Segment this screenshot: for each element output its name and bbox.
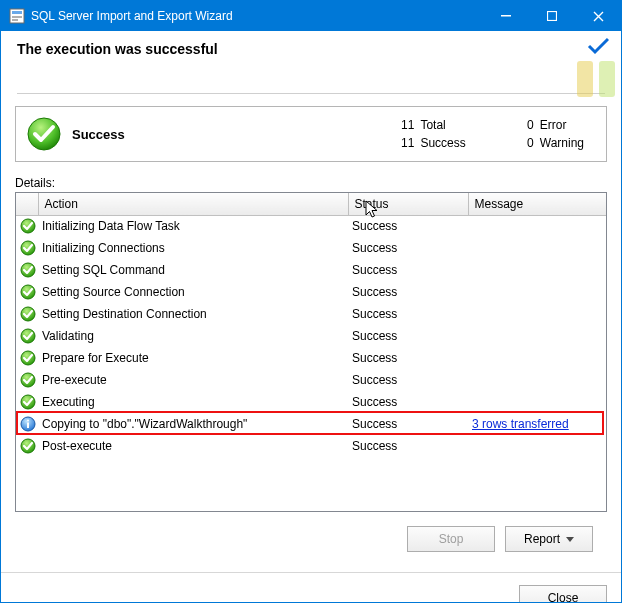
message-cell [468, 237, 606, 259]
stat-error: 0Error [514, 116, 584, 134]
page-title: The execution was successful [17, 41, 605, 57]
action-cell: Pre-execute [38, 369, 348, 391]
stop-button[interactable]: Stop [407, 526, 495, 552]
table-row[interactable]: Initializing Data Flow TaskSuccess [16, 215, 606, 237]
table-row[interactable]: Copying to "dbo"."WizardWalkthrough"Succ… [16, 413, 606, 435]
message-cell [468, 215, 606, 237]
status-cell: Success [348, 369, 468, 391]
svg-rect-7 [599, 61, 615, 97]
status-cell: Success [348, 281, 468, 303]
close-button[interactable] [575, 1, 621, 31]
message-cell [468, 347, 606, 369]
table-row[interactable]: Setting SQL CommandSuccess [16, 259, 606, 281]
column-header-status[interactable]: Status [348, 193, 468, 215]
svg-rect-3 [12, 19, 18, 21]
status-cell: Success [348, 215, 468, 237]
svg-rect-20 [27, 423, 29, 429]
header-decoration-icon [571, 57, 621, 104]
close-dialog-button[interactable]: Close [519, 585, 607, 603]
message-cell [468, 391, 606, 413]
window-title: SQL Server Import and Export Wizard [31, 9, 483, 23]
success-icon [16, 303, 38, 325]
header-divider [17, 93, 605, 94]
svg-rect-2 [12, 16, 22, 18]
message-cell [468, 435, 606, 457]
action-cell: Validating [38, 325, 348, 347]
table-row[interactable]: Initializing ConnectionsSuccess [16, 237, 606, 259]
svg-rect-1 [12, 11, 22, 14]
message-cell: 3 rows transferred [468, 413, 606, 435]
action-cell: Prepare for Execute [38, 347, 348, 369]
svg-rect-4 [501, 15, 511, 17]
details-label: Details: [15, 176, 607, 190]
message-cell [468, 303, 606, 325]
table-row[interactable]: ValidatingSuccess [16, 325, 606, 347]
stat-warning: 0Warning [514, 134, 584, 152]
table-row[interactable]: Prepare for ExecuteSuccess [16, 347, 606, 369]
column-header-icon[interactable] [16, 193, 38, 215]
success-icon [16, 325, 38, 347]
action-cell: Post-execute [38, 435, 348, 457]
table-row[interactable]: Setting Destination ConnectionSuccess [16, 303, 606, 325]
stat-total: 11Total [394, 116, 465, 134]
stat-success: 11Success [394, 134, 465, 152]
success-icon [16, 281, 38, 303]
report-button[interactable]: Report [505, 526, 593, 552]
chevron-down-icon [566, 537, 574, 542]
action-cell: Setting Source Connection [38, 281, 348, 303]
status-cell: Success [348, 391, 468, 413]
status-cell: Success [348, 259, 468, 281]
status-cell: Success [348, 325, 468, 347]
success-icon [16, 391, 38, 413]
column-header-message[interactable]: Message [468, 193, 606, 215]
message-cell [468, 369, 606, 391]
action-cell: Copying to "dbo"."WizardWalkthrough" [38, 413, 348, 435]
success-large-icon [26, 116, 62, 152]
success-icon [16, 435, 38, 457]
action-cell: Setting Destination Connection [38, 303, 348, 325]
success-icon [16, 237, 38, 259]
status-cell: Success [348, 237, 468, 259]
summary-status-label: Success [62, 127, 394, 142]
message-link[interactable]: 3 rows transferred [472, 417, 569, 431]
action-cell: Initializing Data Flow Task [38, 215, 348, 237]
action-cell: Executing [38, 391, 348, 413]
svg-rect-5 [548, 12, 557, 21]
maximize-button[interactable] [529, 1, 575, 31]
app-icon [9, 8, 25, 24]
svg-rect-19 [27, 420, 29, 422]
message-cell [468, 281, 606, 303]
table-row[interactable]: Setting Source ConnectionSuccess [16, 281, 606, 303]
minimize-button[interactable] [483, 1, 529, 31]
action-cell: Setting SQL Command [38, 259, 348, 281]
success-icon [16, 347, 38, 369]
message-cell [468, 259, 606, 281]
success-icon [16, 259, 38, 281]
action-cell: Initializing Connections [38, 237, 348, 259]
svg-rect-6 [577, 61, 593, 97]
status-cell: Success [348, 435, 468, 457]
info-icon [16, 413, 38, 435]
status-cell: Success [348, 347, 468, 369]
summary-panel: Success 11Total 11Success 0Error 0Warnin… [15, 106, 607, 162]
table-row[interactable]: Pre-executeSuccess [16, 369, 606, 391]
status-cell: Success [348, 303, 468, 325]
title-bar: SQL Server Import and Export Wizard [1, 1, 621, 31]
success-icon [16, 369, 38, 391]
table-row[interactable]: ExecutingSuccess [16, 391, 606, 413]
wizard-header: The execution was successful [1, 31, 621, 100]
success-icon [16, 215, 38, 237]
status-cell: Success [348, 413, 468, 435]
message-cell [468, 325, 606, 347]
table-row[interactable]: Post-executeSuccess [16, 435, 606, 457]
column-header-action[interactable]: Action [38, 193, 348, 215]
details-grid[interactable]: Action Status Message Initializing Data … [15, 192, 607, 512]
success-check-icon [587, 37, 609, 58]
